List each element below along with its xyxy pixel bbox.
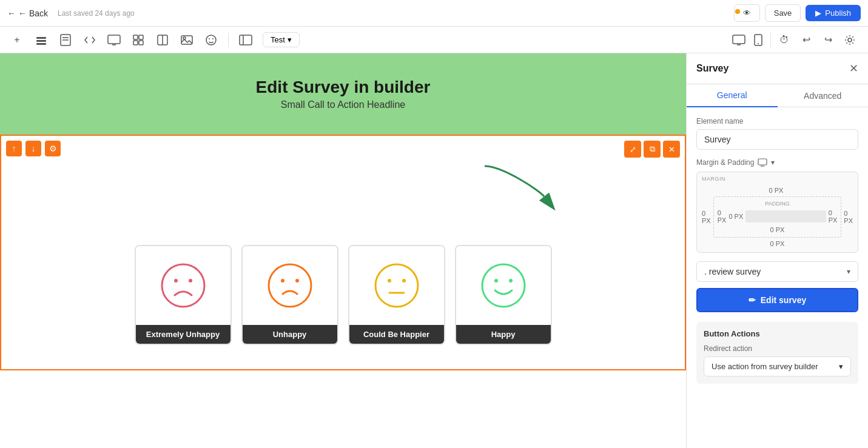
smiley-card-sad[interactable]: Unhappy [241, 245, 338, 345]
undo-icon[interactable]: ↩ [798, 32, 815, 48]
margin-bottom: 0 PX [770, 240, 785, 247]
margin-label: MARGIN [702, 176, 725, 182]
svg-point-27 [162, 264, 204, 307]
display-icon[interactable] [107, 33, 121, 47]
svg-rect-14 [181, 36, 192, 44]
svg-rect-0 [36, 37, 46, 39]
margin-padding-diagram: MARGIN 0 PX 0PX PADDING 0PX 0 PX 0PX [696, 172, 858, 253]
svg-point-31 [281, 279, 284, 283]
toolbar: + Test ▾ ⏱ ↩ ↪ [0, 27, 868, 53]
margin-top: 0 PX [769, 187, 784, 194]
svg-point-33 [375, 264, 418, 307]
panel-title: Survey [696, 63, 728, 74]
svg-point-17 [209, 38, 210, 39]
redirect-dropdown[interactable]: Use action from survey builder ▾ [704, 356, 851, 376]
mobile-view-icon[interactable] [751, 33, 765, 47]
svg-rect-11 [139, 41, 143, 45]
edit-survey-label: Edit survey [761, 295, 806, 305]
grid-icon[interactable] [131, 33, 146, 47]
edit-survey-button[interactable]: ✏ Edit survey [696, 288, 858, 312]
smiley-row: Extremely Unhappy Unhappy [13, 209, 673, 357]
back-label: ← Back [18, 8, 48, 18]
survey-dropdown-chevron: ▾ [847, 267, 850, 276]
svg-rect-40 [758, 159, 767, 165]
svg-point-28 [174, 279, 178, 283]
svg-point-16 [206, 35, 216, 45]
svg-point-24 [758, 43, 759, 44]
tab-advanced[interactable]: Advanced [778, 84, 869, 107]
svg-rect-6 [108, 35, 120, 44]
move-up-button[interactable]: ↑ [6, 141, 22, 156]
emoji-icon[interactable] [204, 33, 218, 47]
arrow-pointer [479, 160, 551, 209]
svg-rect-21 [733, 35, 745, 44]
layers-icon[interactable] [34, 33, 49, 47]
test-label: Test [271, 35, 285, 44]
smiley-face-very-sad [136, 246, 230, 325]
delete-button[interactable]: ✕ [663, 141, 680, 158]
settings-element-button[interactable]: ⚙ [45, 141, 61, 156]
eye-icon: 👁 [743, 8, 751, 18]
element-name-label: Element name [696, 117, 858, 125]
publish-button[interactable]: ▶ Publish [806, 5, 861, 21]
expand-button[interactable]: ⤢ [624, 141, 641, 158]
svg-point-38 [494, 279, 498, 283]
smiley-label-very-sad: Extremely Unhappy [136, 325, 230, 344]
duplicate-button[interactable]: ⧉ [644, 141, 661, 158]
columns-icon[interactable] [155, 33, 170, 47]
hero-section: Edit Survey in builder Small Call to Act… [0, 53, 686, 135]
panel-close-button[interactable]: ✕ [849, 62, 858, 75]
tab-general[interactable]: General [687, 84, 778, 107]
svg-point-39 [509, 279, 513, 283]
smiley-face-happy [456, 246, 551, 325]
desktop-view-icon[interactable] [732, 33, 746, 47]
svg-point-37 [482, 264, 525, 307]
svg-rect-9 [139, 35, 143, 39]
hero-subtitle: Small Call to Action Headline [12, 99, 674, 110]
play-icon: ▶ [815, 8, 821, 18]
margin-right: 0PX [844, 210, 853, 224]
survey-section[interactable]: ↑ ↓ ⚙ ⤢ ⧉ ✕ [0, 135, 686, 370]
pencil-icon: ✏ [749, 295, 756, 305]
redo-icon[interactable]: ↪ [819, 32, 836, 48]
element-name-input[interactable] [696, 129, 858, 150]
panel-body: Element name Margin & Padding ▾ MARGIN 0… [687, 107, 868, 393]
survey-dropdown-value: . review survey [704, 267, 761, 276]
svg-rect-1 [36, 40, 46, 42]
smiley-card-very-sad[interactable]: Extremely Unhappy [135, 245, 232, 345]
smiley-card-happy[interactable]: Happy [455, 245, 552, 345]
back-icon: ← [7, 8, 16, 18]
sidebar-toggle-icon[interactable] [238, 33, 253, 47]
save-label: Save [774, 8, 792, 18]
smiley-face-neutral [349, 246, 444, 325]
margin-padding-label: Margin & Padding ▾ [696, 158, 858, 167]
smiley-label-sad: Unhappy [243, 325, 337, 344]
move-down-button[interactable]: ↓ [25, 141, 41, 156]
svg-point-25 [848, 38, 852, 42]
back-button[interactable]: ← ← Back [7, 8, 48, 18]
survey-controls: ↑ ↓ ⚙ [6, 141, 61, 156]
settings-icon[interactable] [841, 32, 858, 48]
svg-rect-19 [240, 35, 252, 45]
last-saved-text: Last saved 24 days ago [58, 9, 135, 18]
smiley-face-sad [243, 246, 337, 325]
page-icon[interactable] [58, 33, 73, 47]
svg-rect-10 [133, 41, 138, 45]
svg-point-32 [295, 279, 299, 283]
svg-point-29 [189, 279, 192, 283]
test-button[interactable]: Test ▾ [263, 32, 300, 47]
history-icon[interactable]: ⏱ [776, 32, 793, 48]
padding-label: PADDING [718, 201, 838, 207]
survey-dropdown[interactable]: . review survey ▾ [696, 261, 858, 282]
redirect-dropdown-value: Use action from survey builder [712, 362, 818, 371]
smiley-label-neutral: Could Be Happier [349, 325, 444, 344]
save-button[interactable]: Save [765, 4, 801, 22]
code-icon[interactable] [82, 33, 97, 47]
panel-tabs: General Advanced [687, 84, 868, 107]
svg-rect-8 [133, 35, 138, 39]
svg-point-18 [212, 38, 214, 39]
image-icon[interactable] [180, 33, 194, 47]
add-icon[interactable]: + [10, 33, 24, 47]
button-actions-section: Button Actions Redirect action Use actio… [696, 322, 858, 384]
smiley-card-neutral[interactable]: Could Be Happier [348, 245, 445, 345]
